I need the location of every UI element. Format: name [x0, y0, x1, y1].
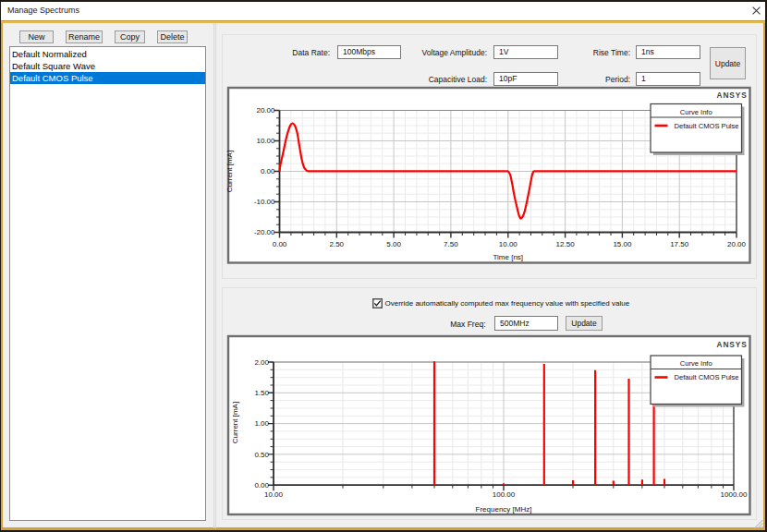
svg-text:-20.00: -20.00 [254, 228, 275, 236]
svg-text:Curve Info: Curve Info [680, 108, 712, 116]
svg-text:Current [mA]: Current [mA] [231, 401, 239, 442]
svg-text:10.00: 10.00 [264, 490, 284, 499]
svg-text:Current [mA]: Current [mA] [225, 151, 234, 192]
svg-text:17.50: 17.50 [670, 240, 689, 248]
svg-text:1000.00: 1000.00 [721, 490, 748, 499]
svg-text:0.00: 0.00 [254, 481, 269, 490]
svg-text:Default CMOS Pulse: Default CMOS Pulse [675, 373, 739, 381]
svg-text:100.00: 100.00 [493, 490, 516, 499]
svg-text:7.50: 7.50 [444, 240, 458, 248]
svg-text:15.00: 15.00 [613, 240, 632, 248]
svg-text:12.50: 12.50 [556, 240, 576, 248]
svg-text:20.00: 20.00 [256, 106, 275, 115]
svg-text:1.00: 1.00 [254, 419, 269, 428]
svg-text:Curve Info: Curve Info [680, 359, 712, 368]
svg-text:1.50: 1.50 [254, 389, 269, 397]
svg-text:Frequency [MHz]: Frequency [MHz] [476, 504, 532, 513]
svg-text:-10.00: -10.00 [254, 198, 275, 206]
svg-text:0.50: 0.50 [254, 450, 269, 458]
svg-text:20.00: 20.00 [727, 240, 747, 248]
svg-text:Time [ns]: Time [ns] [493, 253, 523, 261]
svg-text:2.50: 2.50 [330, 240, 345, 248]
svg-text:ANSYS: ANSYS [717, 91, 748, 100]
svg-text:ANSYS: ANSYS [717, 339, 748, 348]
svg-text:2.00: 2.00 [254, 357, 269, 366]
svg-text:10.00: 10.00 [256, 137, 275, 145]
svg-text:0.00: 0.00 [261, 167, 275, 175]
svg-text:0.00: 0.00 [273, 240, 287, 248]
svg-text:5.00: 5.00 [386, 240, 401, 248]
svg-text:10.00: 10.00 [499, 240, 518, 248]
svg-text:Default CMOS Pulse: Default CMOS Pulse [675, 122, 739, 130]
